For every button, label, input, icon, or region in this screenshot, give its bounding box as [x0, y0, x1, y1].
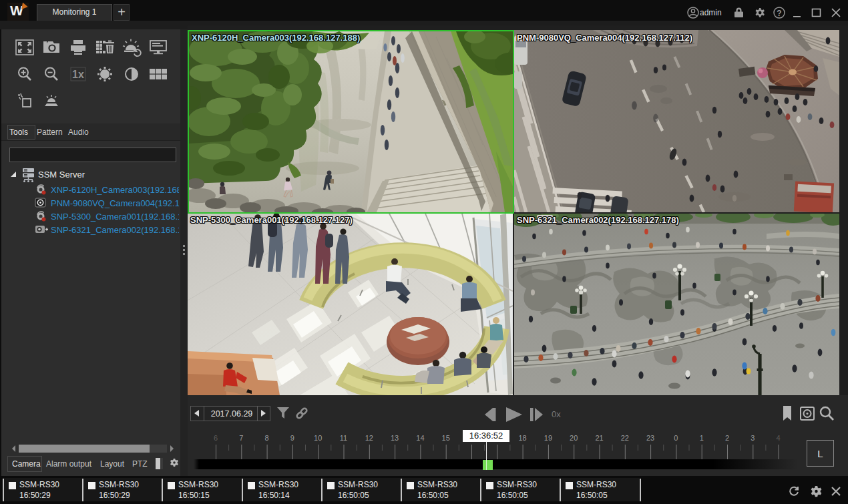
svg-text:12: 12: [365, 434, 373, 442]
svg-text:1: 1: [700, 434, 704, 442]
svg-text:20: 20: [570, 434, 578, 442]
svg-text:21: 21: [595, 434, 603, 442]
svg-text:0: 0: [674, 434, 678, 442]
svg-text:4: 4: [777, 434, 781, 442]
svg-text:19: 19: [544, 434, 552, 442]
svg-text:6: 6: [214, 434, 218, 442]
svg-text:?: ?: [777, 9, 781, 18]
svg-text:7: 7: [239, 434, 243, 442]
svg-text:18: 18: [518, 434, 526, 442]
svg-text:10: 10: [314, 434, 322, 442]
svg-text:8: 8: [265, 434, 269, 442]
svg-text:23: 23: [646, 434, 654, 442]
svg-text:2: 2: [725, 434, 729, 442]
svg-text:3: 3: [751, 434, 755, 442]
svg-text:9: 9: [290, 434, 294, 442]
svg-text:22: 22: [621, 434, 629, 442]
svg-text:14: 14: [416, 434, 424, 442]
svg-text:13: 13: [391, 434, 399, 442]
svg-text:15: 15: [442, 434, 450, 442]
svg-text:1x: 1x: [72, 69, 84, 80]
svg-text:11: 11: [340, 434, 347, 442]
